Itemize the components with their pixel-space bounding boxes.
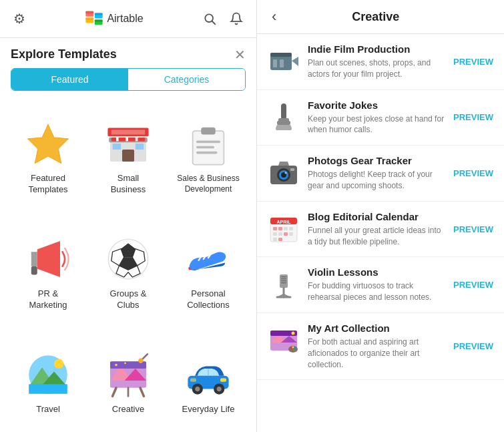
- pr-marketing-icon: [24, 235, 72, 283]
- creative-label: Creative: [112, 404, 144, 415]
- personal-collections-icon: [184, 235, 232, 283]
- svg-rect-28: [31, 266, 37, 275]
- svg-rect-83: [284, 232, 288, 236]
- svg-rect-85: [273, 238, 277, 241]
- svg-rect-25: [196, 146, 214, 149]
- favorite-jokes-preview-button[interactable]: PREVIEW: [453, 112, 493, 122]
- svg-marker-10: [27, 124, 68, 164]
- svg-point-102: [290, 347, 292, 349]
- svg-rect-61: [270, 53, 292, 57]
- svg-rect-17: [122, 150, 134, 162]
- category-creative[interactable]: Creative: [91, 333, 166, 432]
- blog-editorial-icon: APRIL: [268, 212, 300, 244]
- template-blog-editorial: APRIL Blog Editorial Calendar Funnel all: [257, 202, 504, 258]
- search-button[interactable]: [200, 9, 219, 28]
- tab-featured[interactable]: Featured: [11, 69, 128, 90]
- svg-point-105: [294, 349, 296, 351]
- svg-point-104: [294, 347, 296, 349]
- category-sales-business[interactable]: Sales & BusinessDevelopment: [171, 101, 246, 212]
- photogs-gear-info: Photogs Gear Tracker Photogs delight! Ke…: [308, 155, 445, 192]
- right-panel: ‹ Creative Indie Film Production Plan ou…: [257, 0, 504, 432]
- bell-icon: [230, 12, 243, 25]
- category-everyday-life[interactable]: Everyday Life: [171, 333, 246, 432]
- sales-business-label: Sales & BusinessDevelopment: [177, 174, 239, 194]
- pr-marketing-label: PR &Marketing: [29, 288, 67, 311]
- featured-templates-icon: [24, 120, 72, 168]
- indie-film-info: Indie Film Production Plan out scenes, s…: [308, 43, 445, 80]
- app-logo: Airtable: [85, 9, 143, 28]
- art-collection-desc: For both actual and aspiring art aficion…: [308, 337, 445, 370]
- indie-film-icon: [268, 45, 300, 77]
- category-small-business[interactable]: SmallBusiness: [91, 101, 166, 212]
- photogs-gear-preview-button[interactable]: PREVIEW: [453, 168, 493, 178]
- svg-rect-59: [190, 379, 196, 382]
- favorite-jokes-name: Favorite Jokes: [308, 99, 445, 111]
- svg-rect-64: [280, 59, 284, 67]
- logo-icon: [85, 9, 103, 28]
- svg-rect-94: [281, 280, 286, 281]
- blog-editorial-info: Blog Editorial Calendar Funnel all your …: [308, 211, 445, 248]
- gear-icon: ⚙: [13, 11, 25, 27]
- svg-rect-21: [111, 130, 145, 134]
- svg-rect-23: [201, 128, 216, 135]
- svg-rect-73: [290, 168, 294, 171]
- top-bar: ⚙ Airtable: [0, 0, 256, 38]
- svg-line-9: [212, 21, 216, 25]
- svg-rect-93: [281, 278, 286, 279]
- blog-editorial-name: Blog Editorial Calendar: [308, 211, 445, 222]
- creative-icon: [104, 351, 152, 399]
- svg-rect-77: [273, 227, 277, 230]
- svg-line-47: [113, 388, 116, 397]
- explore-header: Explore Templates ✕: [0, 38, 256, 68]
- template-indie-film: Indie Film Production Plan out scenes, s…: [257, 34, 504, 90]
- blog-editorial-preview-button[interactable]: PREVIEW: [453, 224, 493, 234]
- svg-rect-18: [113, 144, 121, 150]
- svg-point-72: [285, 172, 287, 174]
- svg-rect-86: [278, 238, 282, 241]
- svg-rect-92: [281, 276, 286, 277]
- favorite-jokes-icon: [268, 101, 300, 133]
- search-icon: [203, 12, 216, 25]
- svg-rect-40: [29, 385, 67, 394]
- art-collection-name: My Art Collection: [308, 322, 445, 334]
- art-collection-preview-button[interactable]: PREVIEW: [453, 341, 493, 351]
- svg-rect-78: [278, 227, 282, 230]
- category-groups-clubs[interactable]: Groups &Clubs: [91, 217, 166, 327]
- explore-title: Explore Templates: [11, 47, 117, 61]
- svg-rect-80: [289, 227, 293, 230]
- svg-rect-7: [95, 19, 103, 21]
- template-art-collection: My Art Collection For both actual and as…: [257, 313, 504, 380]
- favorite-jokes-info: Favorite Jokes Keep your best jokes clos…: [308, 99, 445, 136]
- category-personal-collections[interactable]: PersonalCollections: [171, 217, 246, 327]
- tab-categories[interactable]: Categories: [128, 69, 245, 90]
- gear-button[interactable]: ⚙: [11, 8, 28, 29]
- indie-film-name: Indie Film Production: [308, 43, 445, 55]
- travel-icon: [24, 351, 72, 399]
- svg-rect-26: [196, 152, 218, 154]
- art-collection-icon: [268, 324, 300, 356]
- back-button[interactable]: ‹: [268, 8, 280, 25]
- close-button[interactable]: ✕: [234, 48, 246, 61]
- svg-rect-79: [284, 227, 288, 230]
- featured-templates-label: FeaturedTemplates: [28, 173, 67, 196]
- svg-rect-82: [278, 232, 282, 236]
- violin-lessons-icon: [268, 268, 300, 300]
- svg-rect-63: [273, 59, 277, 67]
- right-panel-title: Creative: [287, 10, 464, 24]
- groups-clubs-icon: [104, 235, 152, 283]
- violin-lessons-info: Violin Lessons For budding virtuosos to …: [308, 266, 445, 303]
- category-pr-marketing[interactable]: PR &Marketing: [11, 217, 85, 327]
- template-favorite-jokes: Favorite Jokes Keep your best jokes clos…: [257, 90, 504, 146]
- svg-rect-5: [86, 11, 94, 13]
- bell-button[interactable]: [227, 9, 246, 28]
- violin-lessons-preview-button[interactable]: PREVIEW: [453, 280, 493, 290]
- svg-rect-24: [196, 141, 220, 144]
- category-travel[interactable]: Travel: [11, 333, 85, 432]
- svg-rect-19: [136, 144, 144, 150]
- category-featured-templates[interactable]: FeaturedTemplates: [11, 101, 85, 212]
- violin-lessons-name: Violin Lessons: [308, 266, 445, 278]
- right-header: ‹ Creative: [257, 0, 504, 34]
- indie-film-preview-button[interactable]: PREVIEW: [453, 57, 493, 67]
- template-violin-lessons: Violin Lessons For budding virtuosos to …: [257, 257, 504, 313]
- photogs-gear-desc: Photogs delight! Keep track of your gear…: [308, 169, 445, 192]
